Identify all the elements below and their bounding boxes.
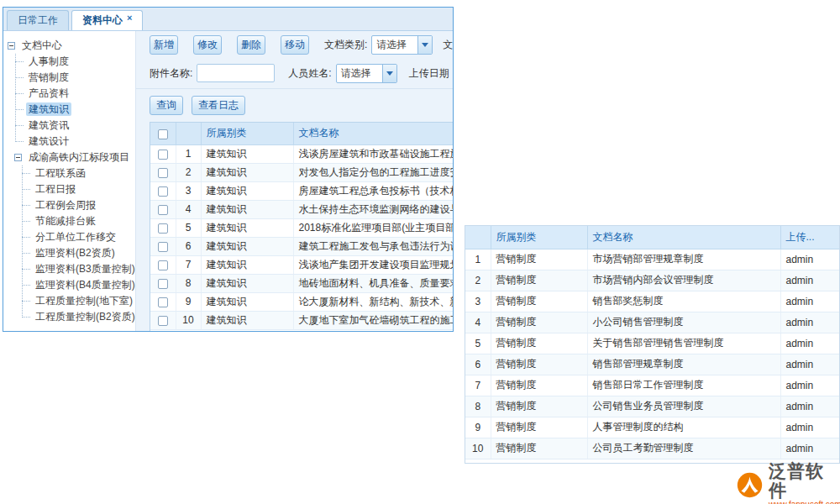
row-checkbox[interactable] xyxy=(158,205,168,215)
attachment-input[interactable] xyxy=(197,64,275,82)
table-row[interactable]: 1营销制度市场营销部管理规章制度admin xyxy=(465,249,840,270)
tree-item[interactable]: 监理资料(B3质量控制) xyxy=(14,261,135,277)
close-icon[interactable]: × xyxy=(127,13,132,23)
doc-type-select[interactable]: 请选择 xyxy=(371,35,433,55)
query-button[interactable]: 查询 xyxy=(150,96,183,115)
row-checkbox[interactable] xyxy=(158,260,168,270)
table-row[interactable]: 2营销制度市场营销内部会议管理制度admin xyxy=(465,270,840,291)
select-all-checkbox[interactable] xyxy=(158,129,168,139)
table-row[interactable]: 5建筑知识2018标准化监理项目部(业主项目部)人员... xyxy=(150,218,453,237)
tree-item[interactable]: 工程质量控制(B2资质) xyxy=(14,309,135,325)
table-row[interactable]: 1建筑知识浅谈房屋建筑和市政基础设施工程施工... xyxy=(150,144,453,163)
table-row[interactable]: 6建筑知识建筑工程施工发包与承包违法行为认定... xyxy=(150,237,453,255)
view-log-button[interactable]: 查看日志 xyxy=(192,96,245,115)
row-category: 营销制度 xyxy=(491,438,587,459)
person-select[interactable]: 请选择 xyxy=(336,64,397,83)
table-row[interactable]: 10营销制度公司员工考勤管理制度admin xyxy=(465,438,840,459)
row-number: 3 xyxy=(465,291,491,312)
tree-root-document-center[interactable]: 文档中心 xyxy=(8,38,135,54)
row-checkbox[interactable] xyxy=(158,150,168,160)
chevron-down-icon[interactable] xyxy=(382,65,396,82)
row-doc-name: 房屋建筑工程总承包投标书（技术标）... xyxy=(293,181,453,200)
table-row[interactable]: 10建筑知识大厦地下室加气砼墙砌筑工程的施工方... xyxy=(150,311,453,329)
tree-item-label: 工程质量控制(B2资质) xyxy=(33,310,135,323)
tree-item[interactable]: 工程质量控制(地下室) xyxy=(14,293,135,309)
row-checkbox[interactable] xyxy=(158,297,168,307)
tree-item-label: 监理资料(B2资质) xyxy=(33,246,118,260)
tab-data-center[interactable]: 资料中心 × xyxy=(71,10,143,30)
tree-item[interactable]: 人事制度 xyxy=(8,54,135,70)
row-checkbox[interactable] xyxy=(158,223,168,234)
column-header-number xyxy=(465,226,491,249)
tree-item[interactable]: 建筑资讯 xyxy=(8,118,135,134)
row-doc-name: 2018标准化监理项目部(业主项目部)人员... xyxy=(293,218,453,237)
delete-button[interactable]: 删除 xyxy=(237,35,265,55)
collapse-icon[interactable] xyxy=(14,154,22,161)
add-button[interactable]: 新增 xyxy=(150,35,178,55)
row-checkbox[interactable] xyxy=(158,316,168,326)
tree-item-label: 工程日报 xyxy=(33,182,78,196)
tree-item[interactable]: 建筑知识 xyxy=(8,102,135,118)
tree-item[interactable]: 建筑设计 xyxy=(8,134,135,150)
row-number: 7 xyxy=(465,375,491,396)
tree-item[interactable]: 工程联系函 xyxy=(14,165,135,181)
row-checkbox[interactable] xyxy=(158,242,168,252)
column-header-doc-name[interactable]: 文档名称 xyxy=(587,226,780,249)
row-category: 建筑知识 xyxy=(201,255,293,274)
row-category: 建筑知识 xyxy=(201,200,293,218)
table-row[interactable]: 7建筑知识浅谈地产集团开发建设项目监理规划编... xyxy=(150,255,453,274)
row-checkbox[interactable] xyxy=(158,168,168,178)
row-checkbox[interactable] xyxy=(158,186,168,197)
column-header-uploader[interactable]: 上传... xyxy=(780,226,840,249)
tree-item[interactable]: 工程例会周报 xyxy=(14,197,135,213)
table-row[interactable]: 9营销制度人事管理制度的结构admin xyxy=(465,417,840,438)
tree-item[interactable]: 监理资料(B4质量控制) xyxy=(14,277,135,293)
column-header-category[interactable]: 所属别类 xyxy=(201,123,293,144)
collapse-icon[interactable] xyxy=(8,42,15,50)
checkbox-cell xyxy=(150,311,176,329)
tree-item-label: 营销制度 xyxy=(26,71,71,84)
modify-button[interactable]: 修改 xyxy=(193,35,222,55)
table-row[interactable]: 4营销制度小公司销售管理制度admin xyxy=(465,312,840,333)
tree-item-label: 工程联系函 xyxy=(33,166,88,180)
table-row[interactable]: 3建筑知识房屋建筑工程总承包投标书（技术标）... xyxy=(150,181,453,200)
checkbox-cell xyxy=(150,237,176,255)
table-row[interactable]: 5营销制度关于销售部管理销售管理制度admin xyxy=(465,333,840,354)
table-row[interactable]: 9建筑知识论大厦新材料、新结构、新技术、新工... xyxy=(150,292,453,311)
table-row[interactable]: 7营销制度销售部日常工作管理制度admin xyxy=(465,375,840,396)
tree-item-label: 工程质量控制(地下室) xyxy=(33,294,135,307)
tree-children: 工程联系函工程日报工程例会周报节能减排台账分工单位工作移交监理资料(B2资质)监… xyxy=(14,165,135,325)
tree-item[interactable]: 营销制度 xyxy=(8,70,135,86)
doc-name-label: 文档名称: xyxy=(443,38,453,52)
tree-root-project[interactable]: 成渝高铁内江标段项目 xyxy=(8,150,135,165)
row-category: 建筑知识 xyxy=(201,292,293,311)
row-number: 1 xyxy=(176,144,201,163)
table-row[interactable]: 6营销制度销售部管理规章制度admin xyxy=(465,354,840,375)
table-row[interactable]: 8营销制度公司销售业务员管理制度admin xyxy=(465,396,840,417)
move-button[interactable]: 移动 xyxy=(281,35,309,55)
row-number: 8 xyxy=(465,396,491,417)
tree-item[interactable]: 产品资料 xyxy=(8,86,135,102)
row-number: 9 xyxy=(465,417,491,438)
chevron-down-icon[interactable] xyxy=(417,36,432,54)
table-row[interactable]: 3营销制度销售部奖惩制度admin xyxy=(465,291,840,312)
tree-project-label: 成渝高铁内江标段项目 xyxy=(26,150,132,165)
tab-daily-work[interactable]: 日常工作 xyxy=(7,10,69,30)
row-category: 营销制度 xyxy=(491,291,587,312)
table-row[interactable]: 4建筑知识水土保持生态环境监测网络的建设与资... xyxy=(150,200,453,218)
table-row[interactable]: 2建筑知识对发包人指定分包的工程施工进度安排... xyxy=(150,163,453,181)
tree-item[interactable]: 节能减排台账 xyxy=(14,213,135,229)
column-header-category[interactable]: 所属别类 xyxy=(491,226,587,249)
column-header-doc-name[interactable]: 文档名称 xyxy=(293,123,453,144)
row-doc-name: 小公司销售管理制度 xyxy=(587,312,780,333)
attachment-label: 附件名称: xyxy=(150,66,192,81)
tree-item[interactable]: 工程日报 xyxy=(14,181,135,197)
tree-item[interactable]: 监理资料(B2资质) xyxy=(14,245,135,261)
checkbox-cell xyxy=(150,274,176,292)
row-checkbox[interactable] xyxy=(158,279,168,289)
tab-bar: 日常工作 资料中心 × xyxy=(3,8,453,31)
tree-item[interactable]: 分工单位工作移交 xyxy=(14,229,135,245)
table-row[interactable]: 8建筑知识地砖地面材料、机具准备、质量要求及... xyxy=(150,274,453,292)
row-number: 6 xyxy=(465,354,491,375)
row-number: 7 xyxy=(176,255,201,274)
